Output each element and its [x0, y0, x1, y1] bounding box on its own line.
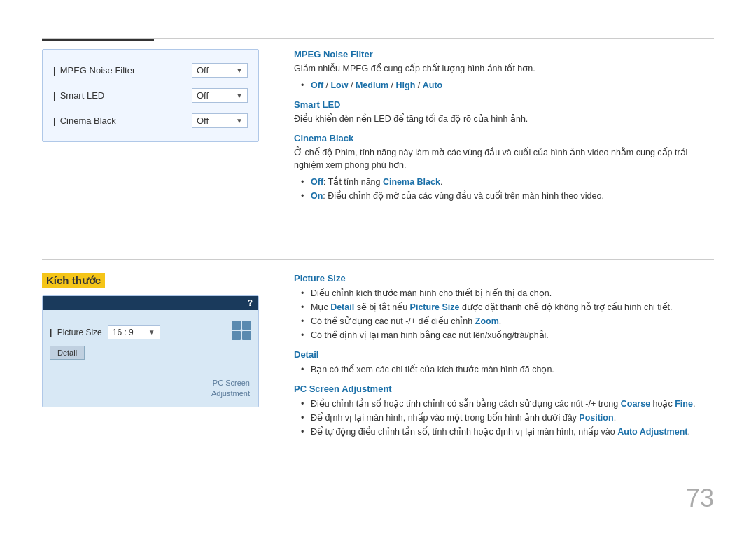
picture-size-section: Picture Size Điều chỉnh kích thước màn h…	[294, 273, 714, 342]
cinema-black-label: Cinema Black	[53, 115, 192, 126]
smart-led-label: Smart LED	[53, 90, 192, 101]
picture-size-opt-4: Có thể định vị lại màn hình bằng các nút…	[301, 328, 714, 342]
middle-divider	[42, 259, 714, 260]
pc-screen-options: Điều chỉnh tần số hoặc tính chỉnh có sẵn…	[294, 397, 714, 439]
cinema-black-option-2: On: Điều chỉnh độ mờ của các vùng đầu và…	[301, 189, 714, 203]
picture-size-opt-3: Có thể sử dụng các nút -/+ để điều chỉnh…	[301, 314, 714, 328]
smart-led-section-title: Smart LED	[294, 99, 714, 110]
mpeg-noise-filter-select[interactable]: Off ▼	[192, 63, 248, 78]
picture-size-arrow: ▼	[148, 328, 155, 336]
picture-size-section-title: Picture Size	[294, 273, 714, 283]
page-container: MPEG Noise Filter Off ▼ Smart LED Off ▼ …	[0, 0, 756, 534]
smart-led-select[interactable]: Off ▼	[192, 88, 248, 103]
cinema-black-arrow: ▼	[236, 117, 243, 125]
cinema-black-value: Off	[197, 115, 209, 126]
top-line	[42, 38, 714, 39]
picture-size-value: 16 : 9	[113, 328, 134, 337]
left-panel-bottom: Kích thước ? | Picture Size 16 : 9 ▼	[42, 273, 259, 407]
smart-led-value: Off	[197, 90, 209, 101]
setting-row-mpeg: MPEG Noise Filter Off ▼	[53, 58, 248, 83]
picture-size-select[interactable]: 16 : 9 ▼	[108, 325, 160, 339]
smart-led-arrow: ▼	[236, 92, 243, 99]
grid-cell-1	[232, 321, 241, 330]
mpeg-section: MPEG Noise Filter Giảm nhiễu MPEG để cun…	[294, 49, 714, 92]
picture-size-row: | Picture Size 16 : 9 ▼	[50, 321, 251, 343]
pc-screen-section-title: PC Screen Adjustment	[294, 384, 714, 394]
detail-opt-1: Bạn có thể xem các chi tiết của kích thư…	[301, 363, 714, 377]
mpeg-section-title: MPEG Noise Filter	[294, 49, 714, 59]
page-number: 73	[686, 484, 714, 513]
cinema-black-section-body: Ở chế độ Phim, tính năng này làm mờ các …	[294, 146, 714, 173]
settings-box: MPEG Noise Filter Off ▼ Smart LED Off ▼ …	[42, 49, 259, 142]
setting-row-smart-led: Smart LED Off ▼	[53, 83, 248, 108]
pc-screen-opt-2: Để định vị lại màn hình, nhấp vào một tr…	[301, 411, 714, 425]
picture-size-opt-1: Điều chỉnh kích thước màn hình cho thiết…	[301, 286, 714, 300]
question-mark-icon[interactable]: ?	[248, 298, 253, 308]
right-panel-top: MPEG Noise Filter Giảm nhiễu MPEG để cun…	[294, 49, 714, 203]
mpeg-option-1-text: Off	[311, 80, 323, 90]
picture-box-inner: | Picture Size 16 : 9 ▼ Detai	[43, 316, 258, 365]
cinema-black-section: Cinema Black Ở chế độ Phim, tính năng nà…	[294, 133, 714, 204]
smart-led-section: Smart LED Điều khiển đèn nền LED để tăng…	[294, 99, 714, 126]
detail-section-title: Detail	[294, 349, 714, 360]
left-panel-top: MPEG Noise Filter Off ▼ Smart LED Off ▼ …	[42, 49, 259, 142]
mpeg-option-1: Off / Low / Medium / High / Auto	[301, 78, 714, 92]
grid-cell-2	[242, 321, 251, 330]
smart-led-section-body: Điều khiển đèn nền LED để tăng tối đa độ…	[294, 113, 714, 126]
pc-screen-section: PC Screen Adjustment Điều chỉnh tần số h…	[294, 384, 714, 439]
cinema-black-options: Off: Tắt tính năng Cinema Black. On: Điề…	[294, 175, 714, 203]
cinema-black-select[interactable]: Off ▼	[192, 113, 248, 128]
mpeg-section-body: Giảm nhiễu MPEG để cung cấp chất lượng h…	[294, 62, 714, 76]
cinema-black-option-1: Off: Tắt tính năng Cinema Black.	[301, 175, 714, 189]
pc-screen-text: PC ScreenAdjustment	[211, 378, 250, 398]
cinema-black-section-title: Cinema Black	[294, 133, 714, 143]
mpeg-options: Off / Low / Medium / High / Auto	[294, 78, 714, 92]
right-panel-bottom: Picture Size Điều chỉnh kích thước màn h…	[294, 273, 714, 439]
mpeg-noise-filter-label: MPEG Noise Filter	[53, 65, 192, 76]
picture-box-topbar: ?	[43, 296, 258, 310]
setting-row-cinema-black: Cinema Black Off ▼	[53, 108, 248, 133]
detail-section: Detail Bạn có thể xem các chi tiết của k…	[294, 349, 714, 377]
mpeg-noise-filter-value: Off	[197, 65, 209, 76]
picture-size-options: Điều chỉnh kích thước màn hình cho thiết…	[294, 286, 714, 342]
detail-options: Bạn có thể xem các chi tiết của kích thư…	[294, 363, 714, 377]
pc-screen-opt-1: Điều chỉnh tần số hoặc tính chỉnh có sẵn…	[301, 397, 714, 411]
grid-icon	[232, 321, 251, 340]
pc-screen-opt-3: Để tự động điều chỉnh tần số, tính chỉnh…	[301, 425, 714, 439]
grid-cell-3	[232, 331, 241, 340]
picture-size-opt-2: Mục Detail sẽ bị tắt nếu Picture Size đư…	[301, 300, 714, 314]
kich-thuoc-heading: Kích thước	[42, 273, 105, 288]
picture-size-label: | Picture Size	[50, 328, 102, 337]
grid-cell-4	[242, 331, 251, 340]
mpeg-noise-filter-arrow: ▼	[236, 66, 243, 74]
detail-button[interactable]: Detail	[50, 346, 85, 360]
picture-box: ? | Picture Size 16 : 9 ▼	[42, 295, 259, 407]
